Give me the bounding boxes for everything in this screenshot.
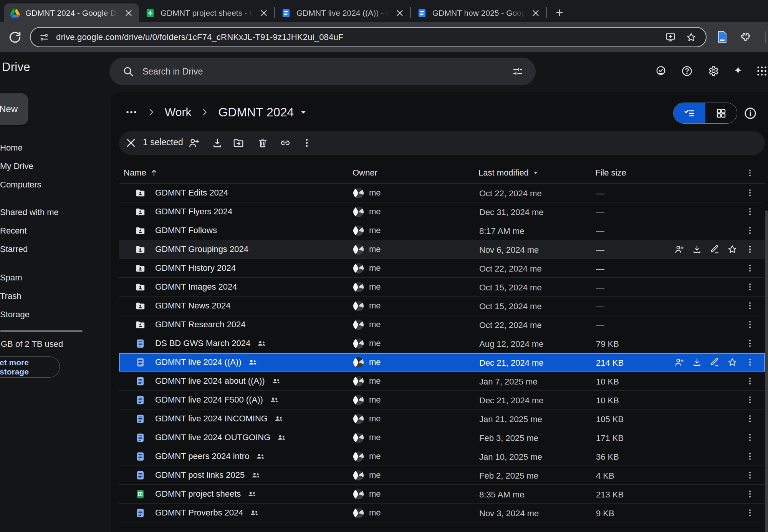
sidebar-item-spam[interactable]: Spam xyxy=(0,268,111,287)
sidebar-item-computers[interactable]: Computers xyxy=(0,176,111,194)
more-actions-kebab-icon[interactable] xyxy=(745,263,755,273)
table-row[interactable]: GDMNT History 2024meOct 22, 2024 me— xyxy=(119,259,765,278)
details-info-icon[interactable] xyxy=(743,106,757,120)
table-row[interactable]: GDMNT News 2024meOct 15, 2024 me— xyxy=(119,297,765,315)
search-icon[interactable] xyxy=(122,66,134,77)
sidebar-item-my-drive[interactable]: My Drive xyxy=(0,157,111,176)
table-row[interactable]: GDMNT live 2024 about ((A))meJan 7, 2025… xyxy=(119,372,765,391)
search-filters-icon[interactable] xyxy=(512,66,523,77)
tab-close-icon[interactable] xyxy=(531,8,541,18)
docs-extension-icon[interactable] xyxy=(717,31,728,43)
browser-tab[interactable]: GDMNT 2024 - Google Drive xyxy=(4,3,139,22)
table-row[interactable]: GDMNT Proverbs 2024meNov 3, 2024 me9 KB xyxy=(119,504,765,522)
get-more-storage-button[interactable]: et more storage xyxy=(0,356,60,378)
star-icon[interactable] xyxy=(727,357,737,367)
breadcrumb-current-folder[interactable]: GDMNT 2024 xyxy=(218,105,294,119)
list-view-button[interactable] xyxy=(674,103,705,123)
table-row[interactable]: GDMNT live 2024 OUTGOINGmeFeb 3, 2025 me… xyxy=(119,428,765,447)
scrollbar[interactable] xyxy=(765,210,768,532)
copy-link-icon[interactable] xyxy=(280,137,291,149)
table-row[interactable]: GDMNT Research 2024meOct 22, 2024 me— xyxy=(119,315,765,334)
more-actions-kebab-icon[interactable] xyxy=(745,320,755,330)
browser-tab[interactable]: GDMNT how 2025 - Google D xyxy=(411,3,546,22)
rename-pencil-icon[interactable] xyxy=(710,244,720,254)
tab-close-icon[interactable] xyxy=(259,8,269,18)
star-icon[interactable] xyxy=(727,244,737,254)
sidebar-item-shared-with-me[interactable]: Shared with me xyxy=(0,203,111,222)
browser-tab[interactable]: GDMNT live 2024 ((A)) - Goo xyxy=(275,3,410,22)
bookmark-star-icon[interactable] xyxy=(686,32,697,43)
gemini-sparkle-icon[interactable] xyxy=(732,65,744,77)
more-actions-kebab-icon[interactable] xyxy=(745,225,755,235)
move-to-folder-icon[interactable] xyxy=(233,137,244,149)
share-person-add-icon[interactable] xyxy=(674,357,684,367)
download-icon[interactable] xyxy=(692,357,702,367)
column-header-size[interactable]: File size xyxy=(595,168,626,178)
selection-count[interactable]: 1 selected xyxy=(143,137,183,148)
more-actions-kebab-icon[interactable] xyxy=(745,207,755,217)
more-actions-kebab-icon[interactable] xyxy=(745,376,755,386)
column-header-modified[interactable]: Last modified xyxy=(478,168,540,178)
column-header-name[interactable]: Name xyxy=(124,168,159,178)
reload-icon[interactable] xyxy=(8,30,22,45)
trash-icon[interactable] xyxy=(257,137,268,149)
offline-status-icon[interactable] xyxy=(655,65,667,77)
settings-gear-icon[interactable] xyxy=(707,65,719,77)
table-row[interactable]: GDMNT Edits 2024meOct 22, 2024 me— xyxy=(119,184,765,202)
more-actions-kebab-icon[interactable] xyxy=(745,395,755,405)
sidebar-item-recent[interactable]: Recent xyxy=(0,222,111,240)
more-actions-kebab-icon[interactable] xyxy=(745,470,755,480)
table-row[interactable]: GDMNT Followsme8:17 AM me— xyxy=(119,221,765,240)
tab-close-icon[interactable] xyxy=(124,8,134,18)
table-row[interactable]: GDMNT live 2024 INCOMINGmeJan 21, 2025 m… xyxy=(119,409,765,428)
clear-selection-icon[interactable] xyxy=(125,137,137,149)
more-actions-kebab-icon[interactable] xyxy=(745,357,755,367)
folder-menu-caret-icon[interactable] xyxy=(298,106,309,118)
table-row[interactable]: GDMNT peers 2024 intromeJan 10, 2025 me3… xyxy=(119,447,765,466)
more-actions-kebab-icon[interactable] xyxy=(301,137,313,149)
more-actions-kebab-icon[interactable] xyxy=(745,489,755,499)
url-text[interactable]: drive.google.com/drive/u/0/folders/1cF74… xyxy=(56,32,344,42)
extensions-puzzle-icon[interactable] xyxy=(739,31,750,43)
more-actions-kebab-icon[interactable] xyxy=(745,338,755,348)
table-row[interactable]: GDMNT post links 2025meFeb 2, 2025 me4 K… xyxy=(119,466,765,485)
new-tab-button[interactable] xyxy=(553,6,566,19)
more-actions-kebab-icon[interactable] xyxy=(745,301,755,311)
breadcrumb-parent[interactable]: Work xyxy=(165,106,191,119)
table-row[interactable]: GDMNT Flyers 2024meDec 31, 2024 me— xyxy=(119,202,765,221)
breadcrumb-ellipsis-icon[interactable] xyxy=(125,106,138,119)
table-row[interactable]: DS BD GWS March 2024meAug 12, 2024 me79 … xyxy=(119,334,765,353)
rename-pencil-icon[interactable] xyxy=(710,357,720,367)
install-app-icon[interactable] xyxy=(665,32,676,43)
browser-tab[interactable]: GDMNT project sheets - Goo xyxy=(139,3,274,22)
apps-grid-icon[interactable] xyxy=(756,65,768,77)
column-settings-kebab-icon[interactable] xyxy=(745,168,755,178)
more-actions-kebab-icon[interactable] xyxy=(745,451,755,461)
site-settings-icon[interactable] xyxy=(39,32,49,42)
share-person-add-icon[interactable] xyxy=(674,244,684,254)
table-row[interactable]: GDMNT live 2024 F500 ((A))meDec 21, 2024… xyxy=(119,391,765,409)
more-actions-kebab-icon[interactable] xyxy=(745,508,755,518)
more-actions-kebab-icon[interactable] xyxy=(745,188,755,198)
download-icon[interactable] xyxy=(692,244,702,254)
sidebar-item-starred[interactable]: Starred xyxy=(0,240,111,259)
more-actions-kebab-icon[interactable] xyxy=(745,244,755,254)
table-row[interactable]: GDMNT live 2024 ((A))meDec 21, 2024 me21… xyxy=(119,353,765,372)
more-actions-kebab-icon[interactable] xyxy=(745,433,755,443)
sidebar-item-trash[interactable]: Trash xyxy=(0,287,111,305)
sidebar-item-home[interactable]: Home xyxy=(0,139,111,157)
table-row[interactable]: GDMNT Images 2024meOct 15, 2024 me— xyxy=(119,278,765,297)
share-person-add-icon[interactable] xyxy=(188,137,200,149)
search-bar[interactable]: Search in Drive xyxy=(109,58,536,85)
table-row[interactable]: GDMNT project sheetsme8:35 AM me213 KB xyxy=(119,485,765,504)
url-bar[interactable]: drive.google.com/drive/u/0/folders/1cF74… xyxy=(30,27,707,47)
more-actions-kebab-icon[interactable] xyxy=(745,282,755,292)
new-button[interactable]: New xyxy=(0,93,28,125)
column-header-owner[interactable]: Owner xyxy=(353,168,377,178)
tab-close-icon[interactable] xyxy=(395,8,405,18)
grid-view-button[interactable] xyxy=(705,103,737,123)
sidebar-item-storage[interactable]: Storage xyxy=(0,305,111,324)
table-row[interactable]: GDMNT Groupings 2024meNov 6, 2024 me— xyxy=(119,240,765,259)
help-icon[interactable] xyxy=(681,65,693,77)
more-actions-kebab-icon[interactable] xyxy=(745,414,755,424)
